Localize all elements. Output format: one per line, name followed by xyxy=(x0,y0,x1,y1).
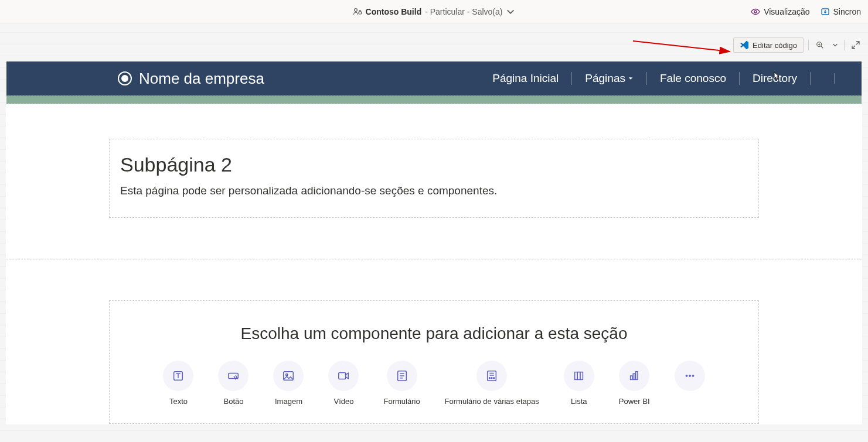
component-picker: Escolha um componente para adicionar a e… xyxy=(109,300,759,424)
edit-code-label: Editar código xyxy=(753,41,797,50)
preview-button[interactable]: Visualização xyxy=(751,7,809,16)
zoom-dropdown[interactable] xyxy=(831,39,839,52)
text-section[interactable]: Subpágina 2 Esta página pode ser persona… xyxy=(109,139,759,218)
svg-point-24 xyxy=(689,375,690,377)
nav-home[interactable]: Página Inicial xyxy=(479,72,572,85)
nav-pages[interactable]: Páginas xyxy=(572,72,647,85)
sync-label: Sincron xyxy=(833,7,861,16)
nav-directory-label: Directory xyxy=(753,72,797,85)
environment-selector[interactable]: Contoso Build - Particular - Salvo(a) xyxy=(353,7,516,16)
nav-pages-label: Páginas xyxy=(585,72,625,85)
component-label: Botão xyxy=(223,397,243,406)
component-multistep-form[interactable]: Formulário de várias etapas xyxy=(445,361,539,406)
svg-point-2 xyxy=(754,11,757,13)
component-label: Vídeo xyxy=(333,397,353,406)
sync-icon xyxy=(821,7,830,16)
primary-nav: Página Inicial Páginas Fale conosco Dire… xyxy=(479,72,845,85)
section-divider xyxy=(6,259,862,259)
toolbar-divider xyxy=(844,40,845,50)
component-video[interactable]: Vídeo xyxy=(328,361,359,406)
preview-label: Visualização xyxy=(764,7,809,16)
form-icon xyxy=(387,361,417,391)
section-placeholder-bar[interactable] xyxy=(6,95,862,104)
component-row: Texto Botão Imagem xyxy=(121,361,747,406)
svg-rect-19 xyxy=(580,372,583,380)
component-label: Formulário xyxy=(383,397,420,406)
nav-contact[interactable]: Fale conosco xyxy=(647,72,740,85)
component-label: Lista xyxy=(571,397,587,406)
more-icon xyxy=(675,361,705,391)
caret-down-icon xyxy=(628,76,634,81)
vscode-icon xyxy=(740,40,749,50)
svg-line-4 xyxy=(633,41,730,52)
site-preview: Nome da empresa Página Inicial Páginas F… xyxy=(6,61,862,424)
brand[interactable]: Nome da empresa xyxy=(118,70,264,88)
nav-search[interactable] xyxy=(811,73,835,84)
list-icon xyxy=(564,361,594,391)
svg-rect-22 xyxy=(636,372,638,380)
component-more[interactable] xyxy=(675,361,705,406)
button-icon xyxy=(218,361,249,391)
svg-point-16 xyxy=(493,378,495,379)
page-title: Subpágina 2 xyxy=(120,153,748,176)
app-topbar: Contoso Build - Particular - Salvo(a) Vi… xyxy=(0,0,868,23)
component-text[interactable]: Texto xyxy=(163,361,193,406)
svg-point-15 xyxy=(491,378,492,379)
nav-directory[interactable]: Directory xyxy=(740,72,811,85)
zoom-button[interactable] xyxy=(813,39,826,52)
canvas-toolbar: Editar código xyxy=(733,37,862,53)
toolbar-divider xyxy=(808,40,809,50)
svg-point-10 xyxy=(286,374,288,376)
svg-rect-13 xyxy=(488,371,496,381)
nav-home-label: Página Inicial xyxy=(492,72,559,85)
component-label: Formulário de várias etapas xyxy=(445,397,539,406)
component-label: Texto xyxy=(169,397,188,406)
site-header: Nome da empresa Página Inicial Páginas F… xyxy=(6,61,862,95)
powerbi-icon xyxy=(619,361,649,391)
magnifier-plus-icon xyxy=(816,41,824,49)
design-canvas: Editar código Nome da empresa Página Ini… xyxy=(0,23,868,442)
nav-contact-label: Fale conosco xyxy=(660,72,726,85)
svg-rect-20 xyxy=(631,376,632,379)
svg-point-14 xyxy=(489,378,491,379)
people-lock-icon xyxy=(353,7,362,16)
component-label: Imagem xyxy=(275,397,302,406)
image-icon xyxy=(273,361,304,391)
component-form[interactable]: Formulário xyxy=(383,361,420,406)
component-label: Power BI xyxy=(619,397,650,406)
svg-rect-1 xyxy=(359,12,362,14)
svg-rect-21 xyxy=(633,374,635,379)
page-description: Esta página pode ser personalizada adici… xyxy=(120,184,748,197)
svg-rect-9 xyxy=(284,372,294,381)
video-icon xyxy=(328,361,359,391)
svg-point-23 xyxy=(686,375,687,377)
brand-name: Nome da empresa xyxy=(139,70,264,88)
picker-heading: Escolha um componente para adicionar a e… xyxy=(121,324,747,343)
svg-rect-11 xyxy=(339,373,346,379)
expand-button[interactable] xyxy=(849,39,862,52)
multistep-form-icon xyxy=(476,361,507,391)
page-content: Subpágina 2 Esta página pode ser persona… xyxy=(6,139,862,424)
edit-code-button[interactable]: Editar código xyxy=(733,37,804,53)
environment-status: - Particular - Salvo(a) xyxy=(425,7,502,16)
chevron-down-icon xyxy=(506,7,515,16)
brand-logo-icon xyxy=(118,71,132,85)
annotation-arrow xyxy=(630,35,736,59)
topbar-actions: Visualização Sincron xyxy=(751,7,861,16)
chevron-down-icon xyxy=(832,42,838,48)
svg-point-0 xyxy=(354,8,357,11)
component-image[interactable]: Imagem xyxy=(273,361,304,406)
component-button[interactable]: Botão xyxy=(218,361,249,406)
component-powerbi[interactable]: Power BI xyxy=(619,361,650,406)
eye-icon xyxy=(751,7,760,16)
component-list[interactable]: Lista xyxy=(564,361,594,406)
svg-point-25 xyxy=(692,375,694,377)
text-icon xyxy=(163,361,193,391)
expand-icon xyxy=(851,40,860,50)
sync-button[interactable]: Sincron xyxy=(821,7,861,16)
environment-name: Contoso Build xyxy=(366,7,422,16)
